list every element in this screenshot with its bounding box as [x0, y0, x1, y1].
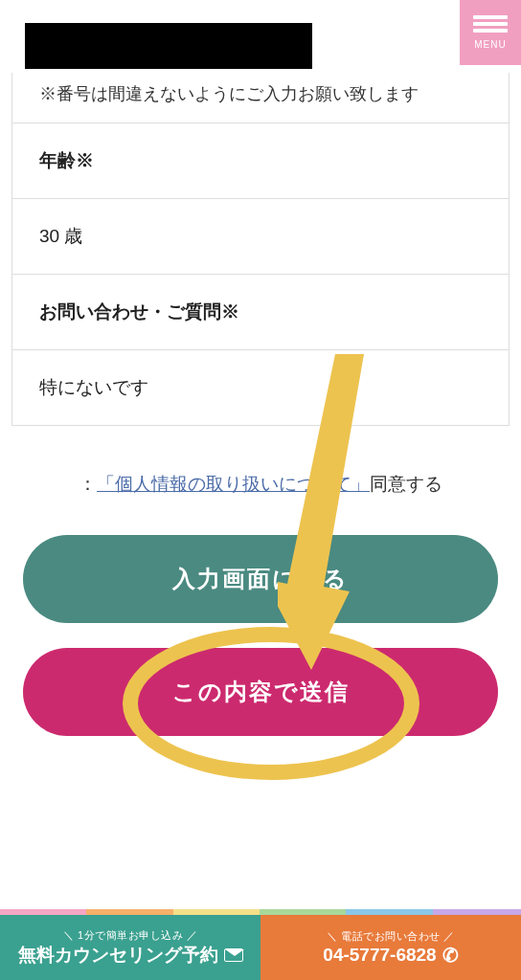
- form-confirmation: ※番号は間違えないようにご入力お願い致します 年齢※ 30 歳 お問い合わせ・ご…: [0, 23, 521, 736]
- consent-line: ：「個人情報の取り扱いについて」同意する: [11, 472, 510, 497]
- cta-right-bottom: 04-5777-6828 ✆: [323, 944, 458, 967]
- menu-label: MENU: [474, 39, 506, 50]
- age-value: 30 歳: [11, 199, 510, 275]
- privacy-policy-link[interactable]: 「個人情報の取り扱いについて」: [97, 474, 370, 494]
- age-unit: 歳: [64, 226, 82, 246]
- redacted-field: [25, 23, 312, 69]
- submit-button[interactable]: この内容で送信: [23, 648, 498, 736]
- footer-cta: ＼ 1分で簡単お申し込み ／ 無料カウンセリング予約 ＼ 電話でお問い合わせ ／…: [0, 915, 521, 980]
- mail-icon: [224, 948, 243, 962]
- hamburger-line: [473, 22, 508, 26]
- menu-button[interactable]: MENU: [460, 0, 521, 65]
- inquiry-label: お問い合わせ・ご質問※: [11, 275, 510, 350]
- cta-counseling[interactable]: ＼ 1分で簡単お申し込み ／ 無料カウンセリング予約: [0, 915, 260, 980]
- hamburger-line: [473, 29, 508, 33]
- hamburger-line: [473, 15, 508, 19]
- back-button[interactable]: 入力画面に戻る: [23, 535, 498, 623]
- consent-suffix: 同意する: [370, 474, 442, 494]
- cta-left-text: 無料カウンセリング予約: [18, 943, 218, 968]
- cta-left-top: ＼ 1分で簡単お申し込み ／: [63, 928, 197, 943]
- cta-right-top: ＼ 電話でお問い合わせ ／: [327, 929, 455, 944]
- inquiry-value: 特にないです: [11, 350, 510, 426]
- phone-icon: ✆: [442, 944, 459, 967]
- age-label: 年齢※: [11, 123, 510, 199]
- phone-note: ※番号は間違えないようにご入力お願い致します: [11, 73, 510, 123]
- consent-prefix: ：: [79, 474, 97, 494]
- cta-phone[interactable]: ＼ 電話でお問い合わせ ／ 04-5777-6828 ✆: [260, 915, 521, 980]
- cta-right-text: 04-5777-6828: [323, 945, 436, 966]
- age-number: 30: [39, 226, 59, 246]
- cta-left-bottom: 無料カウンセリング予約: [18, 943, 243, 968]
